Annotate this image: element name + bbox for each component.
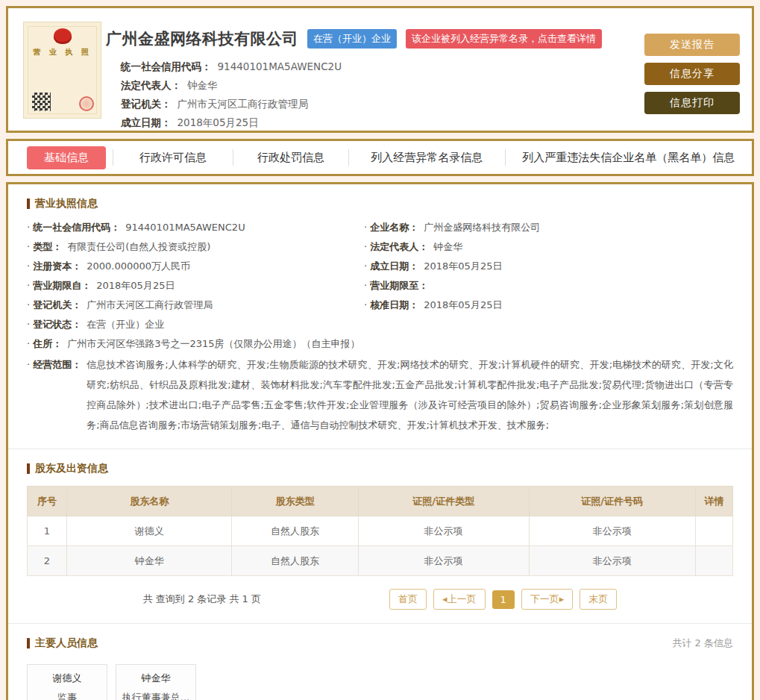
col-shareholder-name: 股东名称 (66, 487, 231, 516)
qr-code-icon (32, 93, 51, 111)
status-badge: 在营（开业）企业 (307, 29, 397, 49)
field-approval-date: 核准日期：2018年05月25日 (364, 296, 733, 315)
section-bar-icon (27, 463, 30, 474)
person-card[interactable]: 钟金华 执行董事兼总... (116, 664, 196, 700)
company-name: 广州金盛网络科技有限公司 (106, 28, 298, 49)
license-info-section: 营业执照信息 统一社会信用代码：91440101MA5AWENC2U 类型：有限… (8, 184, 752, 449)
record-count-summary: 共 查询到 2 条记录 共 1 页 (143, 593, 261, 606)
field-registry-authority: 登记机关：广州市天河区工商行政管理局 (27, 296, 364, 315)
person-card[interactable]: 谢德义 监事 (27, 664, 107, 700)
section-bar-icon (27, 199, 30, 209)
next-page-button[interactable]: 下一页▸ (521, 589, 574, 610)
license-title: 营 业 执 照 (24, 47, 101, 57)
print-info-button[interactable]: 信息打印 (644, 92, 740, 114)
personnel-section-title: 主要人员信息 (27, 637, 98, 650)
tab-basic-info[interactable]: 基础信息 (27, 146, 106, 169)
company-header-panel: 营 业 执 照 广州金盛网络科技有限公司 在营（开业）企业 该企业被列入经营异常… (6, 6, 754, 133)
header-field-establish-date: 成立日期：2018年05月25日 (121, 113, 644, 132)
col-shareholder-type: 股东类型 (232, 487, 358, 516)
field-company-type: 类型：有限责任公司(自然人投资或控股) (27, 237, 364, 257)
table-row: 1 谢德义 自然人股东 非公示项 非公示项 (28, 516, 733, 546)
license-text-lines (34, 63, 92, 95)
col-detail: 详情 (695, 487, 732, 516)
header-field-legal-rep: 法定代表人：钟金华 (121, 76, 644, 95)
field-term-from: 营业期限自：2018年05月25日 (27, 276, 364, 296)
prev-page-button[interactable]: ◂上一页 (433, 589, 486, 610)
send-report-button[interactable]: 发送报告 (644, 34, 740, 56)
header-field-credit-code: 统一社会信用代码：91440101MA5AWENC2U (121, 57, 644, 76)
last-page-button[interactable]: 末页 (580, 589, 617, 610)
section-bar-icon (27, 638, 30, 649)
page-number-button[interactable]: 1 (492, 590, 515, 609)
national-emblem-icon (54, 28, 72, 44)
personnel-count: 共计 2 条信息 (672, 637, 733, 650)
shareholders-section-title: 股东及出资信息 (27, 462, 733, 475)
table-header-row: 序号 股东名称 股东类型 证照/证件类型 证照/证件号码 详情 (28, 487, 733, 516)
field-business-scope: 经营范围： 信息技术咨询服务;人体科学的研究、开发;生物质能源的技术研究、开发;… (27, 354, 733, 435)
field-registered-capital: 注册资本：2000.000000万人民币 (27, 257, 364, 276)
first-page-button[interactable]: 首页 (389, 589, 427, 610)
tab-abnormal-list-info[interactable]: 列入经营异常名录信息 (348, 149, 505, 166)
table-row: 2 钟金华 自然人股东 非公示项 非公示项 (28, 546, 733, 576)
personnel-section: 主要人员信息 共计 2 条信息 谢德义 监事 钟金华 执行董事兼总... (8, 624, 752, 700)
business-license-image[interactable]: 营 业 执 照 (23, 22, 101, 119)
pagination: 共 查询到 2 条记录 共 1 页 首页 ◂上一页 1 下一页▸ 末页 (27, 589, 733, 610)
tab-admin-penalty-info[interactable]: 行政处罚信息 (233, 149, 348, 166)
field-company-name: 企业名称：广州金盛网络科技有限公司 (364, 218, 733, 237)
shareholders-table: 序号 股东名称 股东类型 证照/证件类型 证照/证件号码 详情 1 谢德义 自然… (27, 486, 733, 576)
field-registration-status: 登记状态：在营（开业）企业 (27, 315, 364, 334)
tab-admin-license-info[interactable]: 行政许可信息 (113, 149, 233, 166)
field-term-to: 营业期限至： (364, 276, 733, 296)
header-field-registry: 登记机关：广州市天河区工商行政管理局 (121, 95, 644, 113)
share-info-button[interactable]: 信息分享 (644, 63, 740, 85)
field-credit-code: 统一社会信用代码：91440101MA5AWENC2U (27, 218, 364, 237)
field-establish-date: 成立日期：2018年05月25日 (364, 257, 733, 276)
abnormal-list-warning-badge[interactable]: 该企业被列入经营异常名录，点击查看详情 (406, 29, 602, 49)
tab-blacklist-info[interactable]: 列入严重违法失信企业名单（黑名单）信息 (505, 149, 752, 166)
main-content-panel: 营业执照信息 统一社会信用代码：91440101MA5AWENC2U 类型：有限… (6, 182, 754, 700)
col-seq: 序号 (28, 487, 67, 516)
license-info-section-title: 营业执照信息 (27, 197, 733, 210)
shareholders-section: 股东及出资信息 序号 股东名称 股东类型 证照/证件类型 证照/证件号码 详情 (8, 449, 752, 623)
col-cert-number: 证照/证件号码 (529, 487, 695, 516)
field-legal-rep: 法定代表人：钟金华 (364, 237, 733, 257)
col-cert-type: 证照/证件类型 (358, 487, 529, 516)
red-seal-icon (79, 96, 94, 111)
field-address: 住所：广州市天河区华强路3号之一2315房（仅限办公用途）（自主申报） (27, 334, 733, 354)
tab-bar: 基础信息 行政许可信息 行政处罚信息 列入经营异常名录信息 列入严重违法失信企业… (6, 139, 754, 176)
